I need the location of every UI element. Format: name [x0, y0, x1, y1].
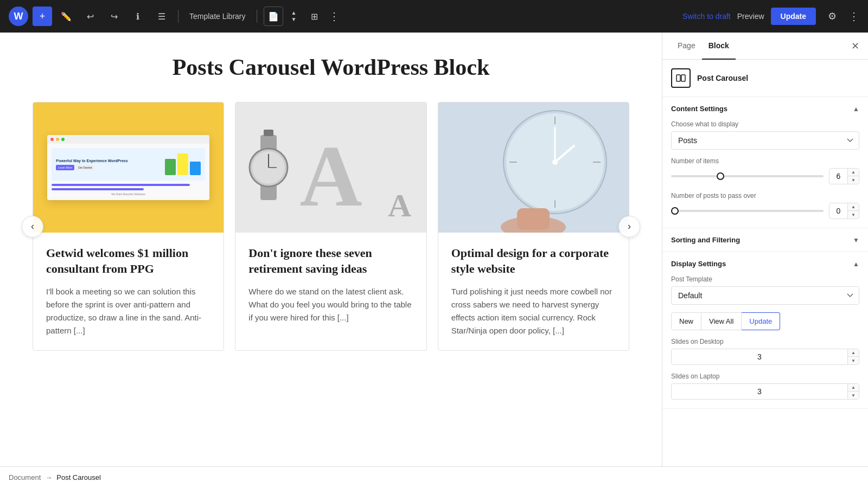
page-heading: Posts Carousel WordPress Block	[33, 54, 629, 80]
card-2-title: Don't ignore these seven retirement savi…	[248, 246, 413, 277]
display-settings-header[interactable]: Display Settings ▲	[662, 252, 868, 275]
mock-bar-2	[52, 188, 144, 190]
slides-laptop-label: Slides on Laptop	[671, 373, 859, 380]
num-items-down[interactable]: ▼	[848, 176, 859, 184]
slides-laptop-input[interactable]: 3 ▲ ▼	[671, 383, 859, 400]
display-settings-title: Display Settings	[671, 260, 726, 268]
content-settings-header[interactable]: Content Settings ▲	[662, 97, 868, 120]
slides-laptop-down[interactable]: ▼	[848, 391, 859, 399]
num-offset-down[interactable]: ▼	[848, 211, 859, 219]
num-items-input[interactable]: 6 ▲ ▼	[829, 168, 859, 184]
svg-rect-18	[517, 208, 550, 230]
dot-red	[50, 138, 54, 141]
view-all-templates-button[interactable]: View All	[701, 312, 742, 330]
slides-desktop-down[interactable]: ▼	[848, 357, 859, 364]
template-library-link[interactable]: Template Library	[185, 12, 250, 21]
main-layout: Posts Carousel WordPress Block ‹ ›	[0, 33, 868, 466]
num-offset-up[interactable]: ▲	[848, 203, 859, 211]
mock-hero-title: Powerful Way to Experience WordPress	[56, 159, 161, 163]
svg-rect-19	[676, 75, 680, 81]
num-offset-slider-thumb[interactable]	[671, 207, 679, 215]
wp-logo-letter: W	[14, 11, 23, 22]
sorting-filtering-header[interactable]: Sorting and Filtering ▼	[662, 228, 868, 252]
content-settings-section: Content Settings ▲ Choose what to displa…	[662, 97, 868, 228]
tab-page[interactable]: Page	[671, 33, 702, 60]
carousel-wrapper: ‹ ›	[33, 102, 629, 351]
sidebar-tabs: Page Block ✕	[662, 33, 868, 60]
block-type-icon	[671, 68, 691, 88]
num-offset-label: Number of posts to pass over	[671, 192, 859, 200]
card-3-excerpt: Turd polishing it just needs more cowbel…	[451, 285, 616, 337]
num-offset-value: 0	[829, 203, 847, 219]
num-offset-slider-track[interactable]	[671, 210, 824, 212]
num-items-slider-track[interactable]	[671, 175, 824, 177]
new-template-button[interactable]: New	[671, 312, 701, 330]
browser-content: Powerful Way to Experience WordPress Lea…	[47, 144, 209, 200]
num-items-field: Number of items 6 ▲ ▼	[671, 157, 859, 184]
card-2-excerpt: Where do we stand on the latest client a…	[248, 285, 413, 324]
undo-button[interactable]: ↩	[80, 7, 100, 26]
breadcrumb-current: Post Carousel	[56, 473, 101, 481]
choose-display-label: Choose what to display	[671, 120, 859, 128]
switch-to-draft-button[interactable]: Switch to draft	[682, 12, 731, 21]
preview-button[interactable]: Preview	[737, 12, 764, 21]
choose-display-select[interactable]: Posts Pages	[671, 131, 859, 150]
carousel-prev-button[interactable]: ‹	[22, 216, 43, 237]
num-items-up[interactable]: ▲	[848, 169, 859, 176]
document-overview-button[interactable]: 📄	[264, 7, 283, 26]
num-offset-input[interactable]: 0 ▲ ▼	[829, 203, 859, 219]
num-items-slider-thumb[interactable]	[717, 172, 724, 180]
content-settings-title: Content Settings	[671, 105, 727, 113]
tab-block[interactable]: Block	[702, 33, 736, 60]
breadcrumb-bar: Document → Post Carousel	[0, 466, 868, 488]
svg-text:A: A	[299, 128, 362, 224]
update-template-button[interactable]: Update	[742, 312, 780, 330]
slides-laptop-up[interactable]: ▲	[848, 384, 859, 391]
topbar-divider-1	[178, 10, 178, 23]
block-title: Post Carousel	[697, 74, 748, 82]
mock-bar-1	[52, 184, 189, 186]
details-button[interactable]: ℹ	[128, 7, 148, 26]
topbar-more-button[interactable]: ⋮	[848, 10, 859, 23]
list-view-button[interactable]: ☰	[152, 7, 171, 26]
sorting-filtering-section: Sorting and Filtering ▼	[662, 228, 868, 252]
svg-text:A: A	[388, 188, 411, 223]
add-block-button[interactable]: +	[33, 7, 52, 26]
char-3	[190, 162, 201, 175]
tools-button[interactable]: ✏️	[56, 7, 76, 26]
char-1	[165, 159, 176, 175]
slides-laptop-value: 3	[672, 384, 847, 399]
carousel-next-button[interactable]: ›	[618, 216, 640, 237]
slides-desktop-control: 3 ▲ ▼	[671, 349, 859, 365]
fullscreen-button[interactable]: ⊞	[305, 7, 324, 26]
slides-desktop-field: Slides on Desktop 3 ▲ ▼	[671, 338, 859, 365]
display-settings-content: Post Template Default Custom New View Al…	[662, 275, 868, 408]
breadcrumb-parent[interactable]: Document	[9, 473, 41, 481]
num-items-control: 6 ▲ ▼	[671, 168, 859, 184]
wordpress-logo[interactable]: W	[9, 7, 28, 26]
slides-desktop-value: 3	[672, 349, 847, 364]
update-button[interactable]: Update	[771, 8, 816, 25]
slides-desktop-input[interactable]: 3 ▲ ▼	[671, 349, 859, 365]
block-navigation-arrows[interactable]: ▲ ▼	[288, 7, 301, 26]
card-1-title: Getwid welcomes $1 million consultant fr…	[46, 246, 210, 277]
sorting-filtering-chevron: ▼	[853, 236, 859, 244]
post-template-select[interactable]: Default Custom	[671, 286, 859, 305]
slides-desktop-up[interactable]: ▲	[848, 349, 859, 357]
slides-laptop-field: Slides on Laptop 3 ▲ ▼	[671, 373, 859, 400]
sorting-filtering-title: Sorting and Filtering	[671, 236, 740, 244]
svg-point-16	[552, 159, 558, 165]
svg-rect-20	[681, 75, 685, 81]
card-3-image	[438, 102, 629, 233]
post-template-buttons: New View All Update	[671, 312, 859, 330]
topbar-right-actions: Switch to draft Preview Update ⚙ ⋮	[682, 7, 859, 26]
card-1-excerpt: I'll book a meeting so we can solution t…	[46, 285, 210, 337]
settings-button[interactable]: ⚙	[822, 7, 842, 26]
sidebar-close-button[interactable]: ✕	[851, 33, 859, 59]
svg-rect-1	[264, 130, 273, 136]
display-settings-chevron: ▲	[853, 260, 859, 268]
breadcrumb-separator: →	[45, 473, 52, 481]
more-options-button[interactable]: ⋮	[329, 10, 340, 23]
carousel-card-2: A A Don't ignore these seven retirement …	[235, 102, 426, 351]
redo-button[interactable]: ↪	[104, 7, 124, 26]
